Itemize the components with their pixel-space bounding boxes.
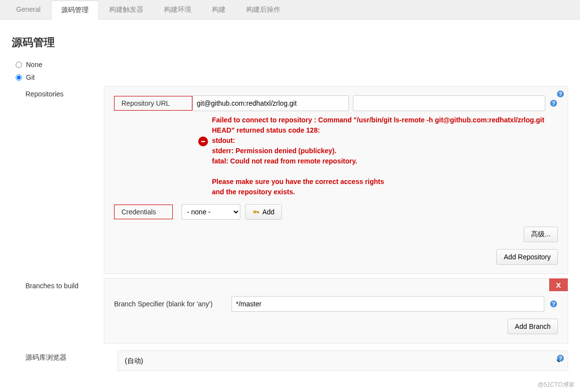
branches-panel: X Branch Specifier (blank for 'any') ? A… xyxy=(104,278,568,344)
section-title: 源码管理 xyxy=(12,35,568,50)
scm-git-label: Git xyxy=(26,73,35,81)
error-icon xyxy=(198,137,208,146)
repositories-panel: ? Repository URL ? xyxy=(104,86,568,274)
add-credentials-label: Add xyxy=(262,208,275,216)
add-branch-button[interactable]: Add Branch xyxy=(508,319,558,334)
tab-general[interactable]: General xyxy=(6,0,51,19)
config-tabs: General 源码管理 构建触发器 构建环境 构建 构建后操作 xyxy=(0,0,580,20)
scm-git-radio[interactable] xyxy=(16,74,22,81)
advanced-button[interactable]: 高级... xyxy=(524,227,558,242)
repositories-label: Repositories xyxy=(25,86,104,98)
repo-browser-panel: (自动) ? xyxy=(117,350,568,371)
repo-error-text: Failed to connect to repository : Comman… xyxy=(212,115,558,197)
scm-none-radio[interactable] xyxy=(16,62,22,68)
svg-text:?: ? xyxy=(559,355,562,361)
branch-specifier-label: Branch Specifier (blank for 'any') xyxy=(114,300,227,308)
repo-browser-select[interactable]: (自动) xyxy=(123,355,563,367)
svg-text:?: ? xyxy=(552,301,556,307)
help-icon[interactable]: ? xyxy=(556,90,565,98)
repository-url-input[interactable] xyxy=(192,95,349,111)
credentials-select[interactable]: - none - xyxy=(182,204,240,220)
svg-text:?: ? xyxy=(552,100,556,106)
svg-rect-4 xyxy=(201,141,205,142)
scm-none-label: None xyxy=(26,61,42,69)
watermark: @51CTO博客 xyxy=(537,381,574,386)
credentials-label: Credentials xyxy=(114,205,173,219)
tab-build-env[interactable]: 构建环境 xyxy=(154,0,202,19)
branch-specifier-input[interactable] xyxy=(232,296,544,312)
help-icon[interactable]: ? xyxy=(549,300,558,308)
delete-branch-button[interactable]: X xyxy=(549,278,568,291)
tab-scm[interactable]: 源码管理 xyxy=(51,0,99,20)
key-icon xyxy=(253,208,259,215)
tab-triggers[interactable]: 构建触发器 xyxy=(99,0,154,19)
help-icon[interactable]: ? xyxy=(556,354,565,363)
svg-rect-7 xyxy=(258,211,259,213)
repo-error-block: Failed to connect to repository : Comman… xyxy=(198,115,558,197)
tab-post-build[interactable]: 构建后操作 xyxy=(236,0,291,19)
add-repository-button[interactable]: Add Repository xyxy=(496,249,558,265)
tab-build[interactable]: 构建 xyxy=(202,0,236,19)
repo-browser-label: 源码库浏览器 xyxy=(25,350,117,362)
repository-url-spacer xyxy=(353,95,545,111)
branches-label: Branches to build xyxy=(25,278,104,290)
add-credentials-button[interactable]: Add xyxy=(245,204,282,220)
help-icon[interactable]: ? xyxy=(549,99,558,108)
repository-url-label: Repository URL xyxy=(114,96,192,111)
svg-text:?: ? xyxy=(559,91,562,97)
